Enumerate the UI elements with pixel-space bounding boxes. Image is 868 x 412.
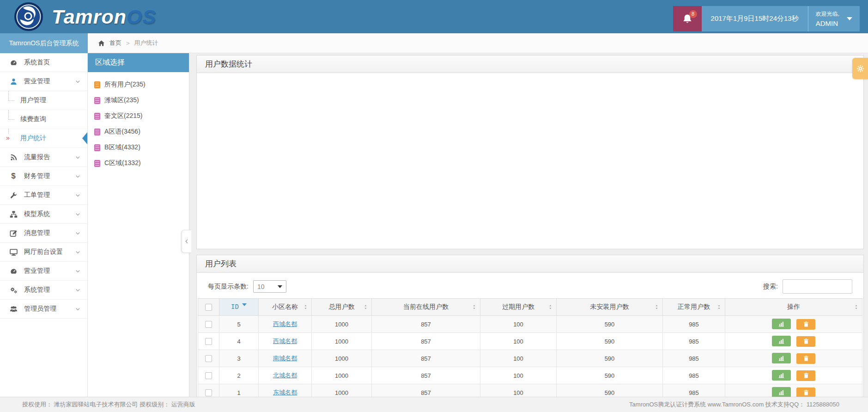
sidebar-item-label: 模型系统 bbox=[24, 210, 75, 218]
column-header-expired[interactable]: 过期用户数 bbox=[480, 299, 557, 316]
column-header-online[interactable]: 当前在线用户数 bbox=[372, 299, 480, 316]
community-name-link[interactable]: 西城名都 bbox=[273, 320, 297, 327]
region-item-label: C区域(1332) bbox=[104, 159, 141, 167]
view-stats-button[interactable] bbox=[772, 319, 791, 329]
cell-online: 857 bbox=[372, 350, 480, 367]
page-size-select[interactable]: 10 bbox=[253, 280, 286, 293]
delete-button[interactable] bbox=[796, 370, 815, 381]
column-header-uninstalled[interactable]: 未安装用户数 bbox=[557, 299, 663, 316]
trash-icon bbox=[803, 338, 809, 344]
column-header-ops[interactable]: 操作 bbox=[725, 299, 862, 316]
region-item-3[interactable]: A区语(3456) bbox=[88, 124, 189, 140]
sidebar-item-system-home[interactable]: 系统首页 bbox=[0, 53, 87, 72]
user-table: ID小区名称总用户数当前在线用户数过期用户数未安装用户数正常用户数操作 5西城名… bbox=[198, 298, 862, 397]
user-menu[interactable]: 欢迎光临, ADMIN bbox=[808, 6, 860, 31]
logo-text: TamronOS bbox=[52, 2, 156, 31]
users-icon bbox=[8, 305, 18, 313]
panel-collapse-button[interactable] bbox=[182, 230, 191, 253]
column-header-label: 未安装用户数 bbox=[590, 303, 629, 310]
edit-icon bbox=[8, 229, 18, 237]
active-item-arrow bbox=[82, 132, 87, 144]
region-item-5[interactable]: C区域(1332) bbox=[88, 155, 189, 171]
region-list-icon bbox=[94, 81, 100, 88]
sidebar-item-traffic-report[interactable]: 流量报告 bbox=[0, 148, 87, 167]
sort-caret-down-icon bbox=[242, 303, 247, 306]
sidebar-item-portal-settings[interactable]: 网厅前台设置 bbox=[0, 243, 87, 262]
main-content: 用户数据统计 用户列表 每页显示条数: 10 搜索: ID小区名称总用户数当前在 bbox=[189, 53, 868, 397]
column-header-checkbox[interactable] bbox=[198, 299, 219, 316]
cell-total: 1000 bbox=[312, 350, 372, 367]
view-stats-button[interactable] bbox=[772, 353, 791, 363]
cell-id: 3 bbox=[219, 350, 259, 367]
region-item-4[interactable]: B区域(4332) bbox=[88, 140, 189, 155]
community-name-link[interactable]: 南城名都 bbox=[273, 355, 297, 362]
footer-license-text: 授权使用： 潍坊家园驿站电子技术有限公司 授权级别： 运营商版 bbox=[22, 400, 195, 409]
user-list-panel: 用户列表 每页显示条数: 10 搜索: ID小区名称总用户数当前在线用户数过期用… bbox=[196, 255, 864, 397]
search-input[interactable] bbox=[783, 279, 852, 294]
region-item-0[interactable]: 所有用户(235) bbox=[88, 77, 189, 92]
column-header-name[interactable]: 小区名称 bbox=[259, 299, 312, 316]
dollar-icon: $ bbox=[8, 172, 18, 181]
sidebar-item-message-mgmt[interactable]: 消息管理 bbox=[0, 224, 87, 243]
chart-bars-icon bbox=[778, 389, 785, 396]
sidebar-item-business-mgmt-2[interactable]: 营业管理 bbox=[0, 262, 87, 281]
row-checkbox[interactable] bbox=[205, 372, 212, 379]
breadcrumb-separator: > bbox=[126, 40, 130, 47]
sidebar-item-label: 网厅前台设置 bbox=[24, 248, 75, 256]
sidebar-item-finance-mgmt[interactable]: $财务管理 bbox=[0, 167, 87, 186]
gears-icon bbox=[8, 286, 18, 294]
chevron-down-icon bbox=[75, 287, 81, 293]
row-checkbox[interactable] bbox=[205, 389, 212, 396]
view-stats-button[interactable] bbox=[772, 370, 791, 381]
delete-button[interactable] bbox=[796, 353, 815, 364]
view-stats-button[interactable] bbox=[772, 336, 791, 346]
sort-icon bbox=[654, 304, 659, 310]
table-row: 1东城名都1000857100590985 bbox=[198, 384, 862, 397]
sidebar-item-business-mgmt[interactable]: 营业管理 bbox=[0, 72, 87, 91]
cell-uninstalled: 590 bbox=[557, 350, 663, 367]
cell-total: 1000 bbox=[312, 384, 372, 397]
sidebar-item-system-mgmt[interactable]: 系统管理 bbox=[0, 281, 87, 300]
community-name-link[interactable]: 东城名都 bbox=[273, 389, 297, 396]
settings-flyout-button[interactable] bbox=[852, 58, 868, 79]
delete-button[interactable] bbox=[796, 387, 815, 397]
sidebar-subitem-user-stats[interactable]: »用户统计 bbox=[0, 129, 87, 148]
chart-bars-icon bbox=[778, 320, 785, 327]
column-header-total[interactable]: 总用户数 bbox=[312, 299, 372, 316]
sidebar-item-model-system[interactable]: 模型系统 bbox=[0, 205, 87, 224]
chart-bars-icon bbox=[778, 355, 785, 362]
column-header-normal[interactable]: 正常用户数 bbox=[663, 299, 725, 316]
table-row: 4西城名都1000857100590985 bbox=[198, 333, 862, 350]
community-name-link[interactable]: 西城名都 bbox=[273, 338, 297, 344]
region-item-1[interactable]: 潍城区(235) bbox=[88, 92, 189, 108]
column-header-id[interactable]: ID bbox=[219, 299, 259, 316]
view-stats-button[interactable] bbox=[772, 387, 791, 397]
sidebar-subitem-user-mgmt[interactable]: 用户管理 bbox=[0, 91, 87, 110]
sidebar-subitem-renewal-query[interactable]: 续费查询 bbox=[0, 110, 87, 129]
active-item-marker: » bbox=[6, 134, 10, 142]
footer: 授权使用： 潍坊家园驿站电子技术有限公司 授权级别： 运营商版 TamronOS… bbox=[0, 397, 868, 412]
sidebar-item-label: 系统首页 bbox=[24, 58, 81, 67]
notifications-button[interactable]: 8 bbox=[673, 6, 702, 31]
row-checkbox[interactable] bbox=[205, 355, 212, 362]
sort-icon bbox=[363, 304, 368, 310]
sidebar-item-admin-mgmt[interactable]: 管理员管理 bbox=[0, 300, 87, 319]
cell-total: 1000 bbox=[312, 316, 372, 333]
cell-normal: 985 bbox=[663, 350, 725, 367]
datetime-display: 2017年1月9日15时24分13秒 bbox=[702, 6, 808, 31]
delete-button[interactable] bbox=[796, 336, 815, 347]
region-item-label: B区域(4332) bbox=[104, 143, 140, 152]
select-all-checkbox[interactable] bbox=[205, 304, 212, 311]
breadcrumb-home[interactable]: 首页 bbox=[109, 39, 121, 47]
row-checkbox[interactable] bbox=[205, 338, 212, 345]
wrench-icon bbox=[8, 191, 18, 199]
delete-button[interactable] bbox=[796, 319, 815, 330]
region-item-2[interactable]: 奎文区(2215) bbox=[88, 108, 189, 124]
sidebar-system-title: TamronOS后台管理系统 bbox=[0, 33, 88, 53]
community-name-link[interactable]: 北城名都 bbox=[273, 372, 297, 379]
row-checkbox[interactable] bbox=[205, 321, 212, 328]
dashboard-icon bbox=[8, 267, 18, 275]
sidebar-item-work-order-mgmt[interactable]: 工单管理 bbox=[0, 186, 87, 205]
cell-id: 1 bbox=[219, 384, 259, 397]
chevron-down-icon bbox=[75, 268, 81, 274]
